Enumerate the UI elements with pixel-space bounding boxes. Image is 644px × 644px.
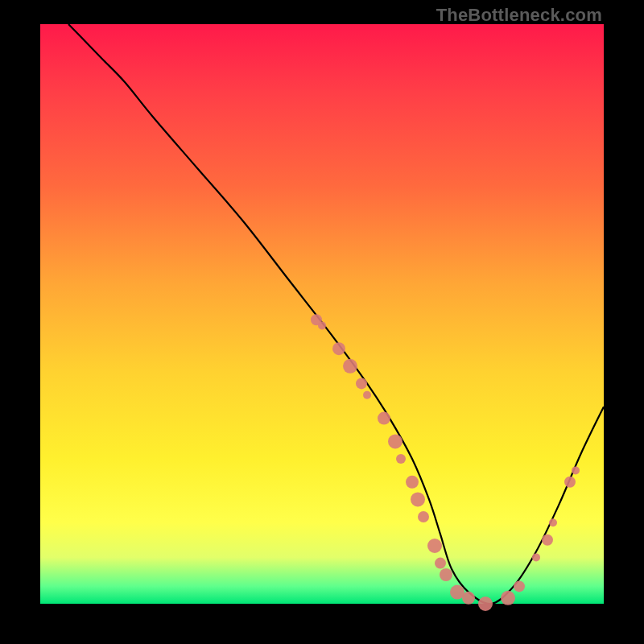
data-point (478, 597, 493, 611)
chart-svg (40, 24, 604, 604)
data-markers (311, 314, 580, 611)
data-point (564, 477, 576, 488)
data-point (532, 553, 540, 561)
data-point (356, 378, 367, 389)
data-point (388, 434, 402, 448)
data-point (501, 591, 515, 605)
data-point (427, 539, 442, 553)
data-point (440, 568, 452, 581)
data-point (435, 558, 446, 569)
data-point (514, 580, 525, 592)
chart-area (40, 24, 604, 604)
data-point (572, 466, 580, 474)
data-point (418, 511, 429, 522)
data-point (318, 321, 326, 329)
data-point (396, 454, 406, 464)
data-point (542, 535, 553, 546)
bottleneck-curve (68, 24, 604, 604)
data-point (406, 476, 419, 489)
data-point (332, 342, 345, 355)
data-point (549, 518, 557, 526)
data-point (363, 391, 371, 399)
data-point (411, 492, 425, 506)
watermark-text: TheBottleneck.com (436, 5, 602, 26)
data-point (343, 359, 357, 374)
data-point (378, 412, 390, 425)
data-point (462, 592, 475, 605)
